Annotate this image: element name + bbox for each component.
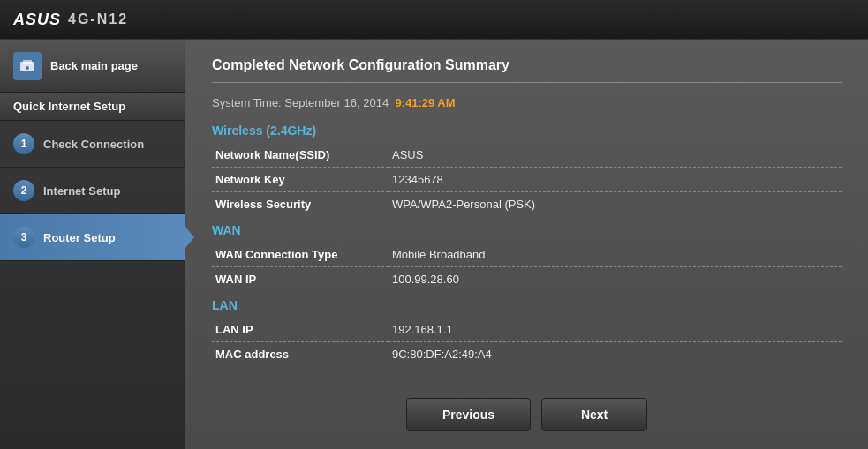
table-row: Wireless Security WPA/WPA2-Personal (PSK… xyxy=(212,192,842,217)
back-main-button[interactable]: Back main page xyxy=(0,40,185,93)
header: ASUS 4G-N12 xyxy=(0,0,868,40)
table-row: MAC address 9C:80:DF:A2:49:A4 xyxy=(212,342,842,367)
wan-ip-value: 100.99.28.60 xyxy=(389,267,842,292)
system-time: System Time: September 16, 2014 9:41:29 … xyxy=(212,96,842,109)
table-row: WAN IP 100.99.28.60 xyxy=(212,267,842,292)
table-row: Network Key 12345678 xyxy=(212,168,842,192)
wan-section-header: WAN xyxy=(212,223,842,237)
sidebar-item-check-connection[interactable]: 1 Check Connection xyxy=(0,121,185,168)
sidebar-item-router-setup[interactable]: 3 Router Setup xyxy=(0,214,185,261)
lan-table: LAN IP 192.168.1.1 MAC address 9C:80:DF:… xyxy=(212,318,842,366)
lan-section-header: LAN xyxy=(212,298,842,312)
table-row: WAN Connection Type Mobile Broadband xyxy=(212,243,842,267)
wan-connection-type-value: Mobile Broadband xyxy=(389,243,842,267)
step-1-circle: 1 xyxy=(13,133,34,154)
wireless-ssid-label: Network Name(SSID) xyxy=(212,143,389,168)
logo: ASUS 4G-N12 xyxy=(13,11,128,29)
mac-address-label: MAC address xyxy=(212,342,389,367)
wireless-security-value: WPA/WPA2-Personal (PSK) xyxy=(389,192,842,217)
sidebar-item-check-connection-label: Check Connection xyxy=(43,138,144,151)
button-row: Previous Next xyxy=(212,385,842,431)
next-button[interactable]: Next xyxy=(541,398,647,431)
wan-table: WAN Connection Type Mobile Broadband WAN… xyxy=(212,243,842,291)
system-time-value: 9:41:29 AM xyxy=(395,96,455,109)
table-row: Network Name(SSID) ASUS xyxy=(212,143,842,168)
wireless-table: Network Name(SSID) ASUS Network Key 1234… xyxy=(212,143,842,216)
wan-connection-type-label: WAN Connection Type xyxy=(212,243,389,267)
previous-button[interactable]: Previous xyxy=(406,398,531,431)
sidebar-item-router-setup-label: Router Setup xyxy=(43,231,116,244)
table-row: LAN IP 192.168.1.1 xyxy=(212,318,842,342)
wan-ip-label: WAN IP xyxy=(212,267,389,292)
wireless-key-value: 12345678 xyxy=(389,168,842,192)
svg-point-2 xyxy=(26,66,29,70)
sidebar-item-internet-setup[interactable]: 2 Internet Setup xyxy=(0,168,185,214)
sidebar-item-internet-setup-label: Internet Setup xyxy=(43,184,120,198)
lan-ip-value: 192.168.1.1 xyxy=(389,318,842,342)
back-main-label: Back main page xyxy=(50,59,138,72)
wireless-section-header: Wireless (2.4GHz) xyxy=(212,123,842,138)
lan-ip-label: LAN IP xyxy=(212,318,389,342)
mac-address-value: 9C:80:DF:A2:49:A4 xyxy=(389,342,842,367)
step-2-circle: 2 xyxy=(13,180,34,201)
sidebar: Back main page Quick Internet Setup 1 Ch… xyxy=(0,40,185,449)
wireless-key-label: Network Key xyxy=(212,168,389,192)
svg-rect-1 xyxy=(23,60,32,64)
sidebar-title: Quick Internet Setup xyxy=(0,93,185,121)
brand-text: ASUS xyxy=(13,11,61,29)
wireless-security-label: Wireless Security xyxy=(212,192,389,217)
main-layout: Back main page Quick Internet Setup 1 Ch… xyxy=(0,40,868,449)
system-time-label: System Time: September 16, 2014 xyxy=(212,96,389,109)
model-text: 4G-N12 xyxy=(68,11,128,27)
step-3-circle: 3 xyxy=(13,227,34,248)
wireless-ssid-value: ASUS xyxy=(389,143,842,168)
content-area: Completed Network Configuration Summary … xyxy=(185,40,868,449)
content-title: Completed Network Configuration Summary xyxy=(212,57,842,83)
back-icon xyxy=(13,52,42,80)
